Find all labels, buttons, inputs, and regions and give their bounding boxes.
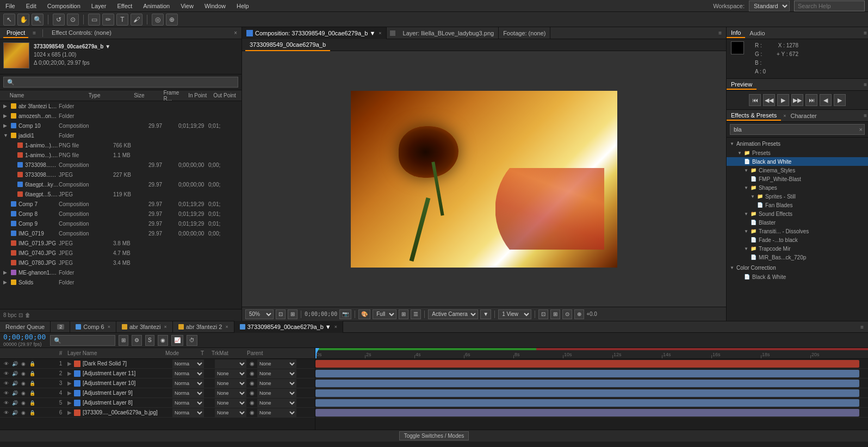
view-count-select[interactable]: 1 View 2 Views <box>498 309 531 319</box>
comp-tab-main[interactable]: Composition: 3733098549_00cae6279a_b ▼ × <box>242 27 387 39</box>
layer-row[interactable]: 👁 🔊 ◉ 🔒 2 ▶ [Adjustment Layer 11] Norma … <box>0 369 315 378</box>
preview-step-fwd[interactable]: ▶ <box>834 94 846 106</box>
layer-solo[interactable]: ◉ <box>20 389 27 397</box>
tab-effect-controls[interactable]: Effect Controls: (none) <box>48 28 115 38</box>
layer-mode-select[interactable]: Norma <box>172 408 204 417</box>
layer-expand-btn[interactable]: ▶ <box>67 409 73 415</box>
presets-folder[interactable]: ▼ 📁 Presets <box>727 148 868 157</box>
tab-main-comp[interactable]: 3733098549_00cae6279a_b ▼ × <box>234 321 343 333</box>
puppet-tool[interactable]: ⊕ <box>166 14 178 26</box>
layer-trkmat-select[interactable]: None <box>215 389 246 398</box>
menu-edit[interactable]: Edit <box>24 2 39 10</box>
tab-comp6[interactable]: Comp 6 × <box>70 321 116 333</box>
shapes-folder[interactable]: ▼ 📁 Shapes <box>727 183 868 192</box>
layer-lock[interactable]: 🔒 <box>28 370 36 377</box>
tl-time-stretch[interactable]: ⏱ <box>187 335 197 346</box>
menu-layer[interactable]: Layer <box>89 2 109 10</box>
project-item[interactable]: IMG_0719 Composition 29.97 0;00;00;00 0;… <box>0 228 241 238</box>
layer-trkmat-select[interactable]: None <box>215 399 246 407</box>
camera-orbit-tool[interactable]: ⊙ <box>67 14 79 26</box>
brush-tool[interactable]: 🖌 <box>131 14 142 26</box>
layer-lock[interactable]: 🔒 <box>28 399 36 407</box>
track-bar[interactable] <box>315 409 859 417</box>
layer-mode-select[interactable]: Norma <box>172 379 204 388</box>
roto-tool[interactable]: ◎ <box>152 14 164 26</box>
fan-blades-item[interactable]: 📄 Fan Blades <box>727 201 868 209</box>
project-item[interactable]: 6taegpt...ky605 Composition 29.97 0;00;0… <box>0 179 241 189</box>
project-item[interactable]: ▶ ME-ghanon1.aep Folder <box>0 268 241 277</box>
abr3-close[interactable]: × <box>164 324 166 330</box>
project-item[interactable]: ▶ abr 3fantezi Layers Folder <box>0 101 241 111</box>
track-bar[interactable] <box>315 399 859 407</box>
select-tool[interactable]: ↖ <box>3 14 15 26</box>
view-sync-btn[interactable]: ⊙ <box>562 309 572 319</box>
tab-effects-presets[interactable]: Effects & Presets <box>727 111 781 121</box>
effects-search-input[interactable] <box>730 124 865 135</box>
region-btn[interactable]: ⊞ <box>399 309 408 319</box>
bit-depth-icon[interactable]: ⊡ <box>18 312 23 318</box>
comp6-close[interactable]: × <box>108 324 110 330</box>
grid-btn[interactable]: ⊞ <box>288 309 297 319</box>
layer-lock[interactable]: 🔒 <box>28 389 36 397</box>
cinema-styles-folder[interactable]: ▼ 📁 Cinema_Styles <box>727 166 868 175</box>
project-item[interactable]: ▼ jadidi1 Folder <box>0 131 241 140</box>
project-search-input[interactable] <box>3 77 238 88</box>
project-item[interactable]: 6taegpt...5.jpg JPEG 119 KB <box>0 189 241 199</box>
layer-eye[interactable]: 👁 <box>2 389 10 397</box>
effects-search-clear[interactable]: × <box>859 126 863 133</box>
color-correction-header[interactable]: ▼ Color Correction <box>727 263 868 272</box>
layer-row[interactable]: 👁 🔊 ◉ 🔒 6 ▶ [373309...._00cae6279a_b.jpg… <box>0 408 315 418</box>
layer-audio[interactable]: 🔊 <box>11 389 18 397</box>
project-item[interactable]: 3733098...a_b Composition 29.97 0;00;00;… <box>0 160 241 170</box>
layer-parent-select[interactable]: None <box>257 359 296 368</box>
layer-parent-select[interactable]: None <box>257 408 296 417</box>
layer-eye[interactable]: 👁 <box>2 409 10 417</box>
tl-motion-blur[interactable]: ◉ <box>158 335 168 346</box>
mir-item[interactable]: 📄 MIR_Bas...ck_720p <box>727 253 868 262</box>
menu-animation[interactable]: Animation <box>141 2 172 10</box>
workspace-select[interactable]: Standard <box>749 1 790 11</box>
tab-abr3fantezi[interactable]: abr 3fantezi × <box>116 321 173 333</box>
sprites-still-folder[interactable]: ▼ 📁 Sprites - Still <box>727 192 868 201</box>
black-and-white-item[interactable]: 📄 Black and White <box>727 157 868 166</box>
layer-expand-btn[interactable]: ▶ <box>67 390 73 396</box>
project-item[interactable]: ▶ amozesh...on2.aep Folder <box>0 111 241 121</box>
layer-eye[interactable]: 👁 <box>2 399 10 407</box>
hand-tool[interactable]: ✋ <box>17 14 29 26</box>
layer-solo[interactable]: ◉ <box>20 360 27 368</box>
info-panel-menu[interactable]: ≡ <box>863 30 868 36</box>
black-and-white-cc-item[interactable]: 📄 Black & White <box>727 272 868 281</box>
mask-tool[interactable]: ▭ <box>88 14 100 26</box>
preview-prev-frame[interactable]: ◀◀ <box>763 94 775 106</box>
tab-render-queue[interactable]: Render Queue <box>0 321 51 333</box>
menu-file[interactable]: File <box>3 2 17 10</box>
blaster-item[interactable]: 📄 Blaster <box>727 218 868 227</box>
layer-lock[interactable]: 🔒 <box>28 380 36 387</box>
layer-mode-select[interactable]: Norma <box>172 399 204 407</box>
layer-trkmat-select[interactable]: None <box>215 369 246 378</box>
trapcode-mir-folder[interactable]: ▼ 📁 Trapcode Mir <box>727 244 868 253</box>
layer-audio[interactable]: 🔊 <box>11 409 18 417</box>
layer-eye[interactable]: 👁 <box>2 370 10 377</box>
layer-eye[interactable]: 👁 <box>2 360 10 368</box>
menu-effect[interactable]: Effect <box>115 2 134 10</box>
tab-abr3fantezi2[interactable]: abr 3fantezi 2 × <box>173 321 234 333</box>
layer-expand-btn[interactable]: ▶ <box>67 380 73 386</box>
layer-row[interactable]: 👁 🔊 ◉ 🔒 5 ▶ [Adjustment Layer 8] Norma N… <box>0 398 315 408</box>
layer-expand-btn[interactable]: ▶ <box>67 370 73 376</box>
preview-next-frame[interactable]: ▶▶ <box>791 94 803 106</box>
col-header-name[interactable]: Name <box>10 92 82 98</box>
tab-info[interactable]: Info <box>727 28 745 38</box>
layer-lock[interactable]: 🔒 <box>28 409 36 417</box>
menu-help[interactable]: Help <box>234 2 251 10</box>
tab-preview[interactable]: Preview <box>727 80 757 90</box>
project-item[interactable]: 1-animo...).png PNG file 766 KB <box>0 140 241 150</box>
menu-view[interactable]: View <box>178 2 196 10</box>
main-comp-close[interactable]: × <box>334 324 337 330</box>
tab-audio[interactable]: Audio <box>745 29 769 38</box>
timeline-search-input[interactable] <box>50 335 115 346</box>
timeline-timecode[interactable]: 0;00;00;00 <box>3 333 47 342</box>
project-item[interactable]: Comp 9 Composition 29.97 0;01;19;29 0;01… <box>0 219 241 228</box>
project-item[interactable]: IMG_0719.JPG JPEG 3.8 MB <box>0 238 241 248</box>
layer-eye[interactable]: 👁 <box>2 380 10 387</box>
